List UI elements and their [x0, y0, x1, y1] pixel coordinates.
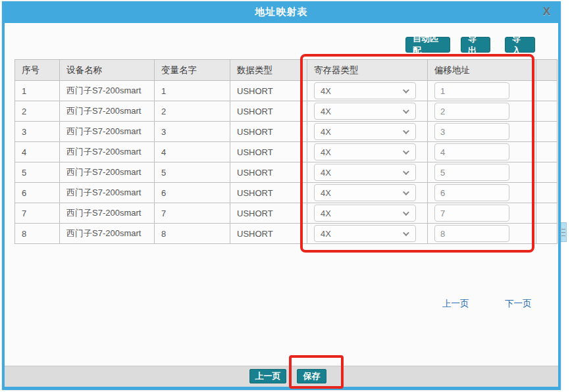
auto-match-button[interactable]: 自动匹配 [405, 37, 450, 53]
cell-datatype: USHORT [230, 203, 307, 224]
cell-empty [536, 122, 557, 142]
cell-empty [536, 183, 557, 203]
col-header-device: 设备名称 [60, 60, 155, 81]
cell-empty [536, 101, 557, 122]
address-mapping-table: 序号 设备名称 变量名字 数据类型 寄存器类型 偏移地址 1 西门子S7-200… [14, 59, 557, 244]
cell-device: 西门子S7-200smart [60, 101, 155, 122]
cell-device: 西门子S7-200smart [60, 142, 155, 162]
chevron-down-icon [403, 148, 409, 155]
cell-datatype: USHORT [230, 81, 307, 101]
col-header-register: 寄存器类型 [307, 60, 428, 81]
table-header-row: 序号 设备名称 变量名字 数据类型 寄存器类型 偏移地址 [15, 60, 557, 81]
cell-variable: 5 [155, 162, 230, 183]
cell-datatype: USHORT [230, 122, 307, 142]
chevron-down-icon [403, 168, 409, 175]
save-button[interactable]: 保存 [297, 369, 326, 383]
register-type-value: 4X [321, 86, 331, 96]
register-type-select[interactable]: 4X [314, 205, 416, 222]
register-type-value: 4X [321, 188, 331, 198]
cell-empty [536, 224, 557, 244]
table-row: 3 西门子S7-200smart 3 USHORT 4X [15, 122, 557, 142]
register-type-select[interactable]: 4X [314, 123, 416, 140]
col-header-index: 序号 [15, 60, 60, 81]
cell-empty [536, 203, 557, 224]
register-type-select[interactable]: 4X [314, 184, 416, 201]
cell-index: 7 [15, 203, 60, 224]
pagination-next-link[interactable]: 下一页 [505, 298, 532, 310]
register-type-select[interactable]: 4X [314, 143, 416, 160]
table-row: 8 西门子S7-200smart 8 USHORT 4X [15, 224, 557, 244]
col-header-offset: 偏移地址 [428, 60, 536, 81]
register-type-value: 4X [321, 127, 331, 137]
cell-datatype: USHORT [230, 224, 307, 244]
pagination-prev-link[interactable]: 上一页 [442, 298, 469, 310]
offset-address-input[interactable] [434, 143, 509, 160]
cell-index: 4 [15, 142, 60, 162]
register-type-value: 4X [321, 229, 331, 239]
cell-index: 8 [15, 224, 60, 244]
cell-variable: 1 [155, 81, 230, 101]
register-type-select[interactable]: 4X [314, 82, 416, 99]
grip-line [561, 229, 565, 230]
cell-empty [536, 142, 557, 162]
register-type-value: 4X [321, 168, 331, 178]
offset-address-input[interactable] [434, 205, 509, 222]
dialog-title: 地址映射表 [255, 6, 308, 18]
export-button[interactable]: 导出 [461, 37, 490, 53]
cell-index: 3 [15, 122, 60, 142]
register-type-select[interactable]: 4X [314, 225, 416, 242]
col-header-datatype: 数据类型 [230, 60, 307, 81]
cell-index: 5 [15, 162, 60, 183]
cell-index: 2 [15, 101, 60, 122]
col-header-variable: 变量名字 [155, 60, 230, 81]
table-row: 4 西门子S7-200smart 4 USHORT 4X [15, 142, 557, 162]
chevron-down-icon [403, 87, 409, 93]
register-type-select[interactable]: 4X [314, 103, 416, 120]
grip-line [561, 232, 565, 233]
cell-device: 西门子S7-200smart [60, 183, 155, 203]
offset-address-input[interactable] [434, 123, 509, 140]
background-scrollbar-fragment [560, 222, 567, 242]
offset-address-input[interactable] [434, 103, 509, 120]
register-type-select[interactable]: 4X [314, 164, 416, 181]
table-row: 5 西门子S7-200smart 5 USHORT 4X [15, 162, 557, 183]
cell-datatype: USHORT [230, 183, 307, 203]
footer-prev-button[interactable]: 上一页 [249, 369, 286, 383]
offset-address-input[interactable] [434, 82, 509, 99]
close-icon[interactable]: X [543, 5, 550, 18]
cell-datatype: USHORT [230, 142, 307, 162]
cell-empty [536, 81, 557, 101]
chevron-down-icon [403, 189, 409, 195]
cell-variable: 8 [155, 224, 230, 244]
chevron-down-icon [403, 209, 409, 216]
register-type-value: 4X [321, 208, 331, 218]
cell-variable: 6 [155, 183, 230, 203]
register-type-value: 4X [321, 147, 331, 157]
table-row: 2 西门子S7-200smart 2 USHORT 4X [15, 101, 557, 122]
import-button[interactable]: 导入 [505, 37, 535, 53]
cell-device: 西门子S7-200smart [60, 81, 155, 101]
register-type-value: 4X [321, 107, 331, 116]
cell-datatype: USHORT [230, 101, 307, 122]
page: 地址映射表 X 自动匹配 导出 导入 序号 设备名称 变量名字 数据类型 寄存器… [0, 0, 570, 392]
chevron-down-icon [403, 128, 409, 134]
offset-address-input[interactable] [434, 225, 509, 242]
grip-line [561, 235, 565, 236]
address-mapping-dialog: 地址映射表 X 自动匹配 导出 导入 序号 设备名称 变量名字 数据类型 寄存器… [2, 1, 561, 390]
cell-variable: 4 [155, 142, 230, 162]
cell-variable: 3 [155, 122, 230, 142]
dialog-titlebar: 地址映射表 [2, 1, 561, 23]
cell-device: 西门子S7-200smart [60, 122, 155, 142]
chevron-down-icon [403, 230, 409, 236]
cell-empty [536, 162, 557, 183]
col-header-empty [536, 60, 557, 81]
offset-address-input[interactable] [434, 184, 509, 201]
offset-address-input[interactable] [434, 164, 509, 181]
table-row: 1 西门子S7-200smart 1 USHORT 4X [15, 81, 557, 101]
cell-index: 1 [15, 81, 60, 101]
table-row: 6 西门子S7-200smart 6 USHORT 4X [15, 183, 557, 203]
cell-variable: 2 [155, 101, 230, 122]
cell-index: 6 [15, 183, 60, 203]
table-row: 7 西门子S7-200smart 7 USHORT 4X [15, 203, 557, 224]
cell-device: 西门子S7-200smart [60, 224, 155, 244]
